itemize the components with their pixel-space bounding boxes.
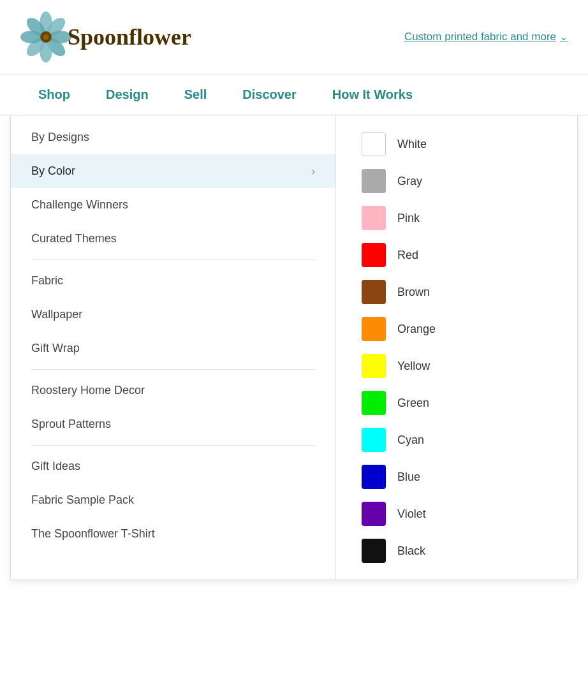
color-item-blue[interactable]: Blue <box>351 458 562 495</box>
menu-item-curated-themes[interactable]: Curated Themes <box>11 222 335 256</box>
menu-item-gift-wrap[interactable]: Gift Wrap <box>11 332 335 365</box>
navbar: Shop Design Sell Discover How It Works <box>0 75 588 115</box>
menu-label-gift-ideas: Gift Ideas <box>31 460 80 473</box>
color-swatch-gray <box>362 169 386 193</box>
menu-label-by-color: By Color <box>31 164 75 178</box>
color-item-pink[interactable]: Pink <box>351 200 562 237</box>
color-item-brown[interactable]: Brown <box>351 273 562 310</box>
menu-item-fabric-sample-pack[interactable]: Fabric Sample Pack <box>11 483 335 517</box>
color-item-black[interactable]: Black <box>351 532 562 569</box>
nav-design[interactable]: Design <box>88 75 166 115</box>
menu-label-curated-themes: Curated Themes <box>31 232 117 245</box>
divider-1 <box>31 259 315 260</box>
dropdown-menu: By Designs By Color › Challenge Winners … <box>10 115 578 580</box>
color-label-red: Red <box>397 249 418 262</box>
menu-item-fabric[interactable]: Fabric <box>11 264 335 298</box>
menu-item-t-shirt[interactable]: The Spoonflower T-Shirt <box>11 517 335 551</box>
nav-how-it-works[interactable]: How It Works <box>314 75 430 115</box>
color-label-black: Black <box>397 544 425 558</box>
nav-discover[interactable]: Discover <box>224 75 314 115</box>
color-label-yellow: Yellow <box>397 360 430 373</box>
menu-item-roostery[interactable]: Roostery Home Decor <box>11 374 335 407</box>
menu-label-by-designs: By Designs <box>31 131 89 144</box>
chevron-down-icon: ⌄ <box>560 32 568 42</box>
color-swatch-yellow <box>362 354 386 378</box>
color-item-orange[interactable]: Orange <box>351 310 562 347</box>
chevron-right-icon: › <box>312 166 315 177</box>
color-item-gray[interactable]: Gray <box>351 163 562 200</box>
color-label-orange: Orange <box>397 323 436 336</box>
header-tagline[interactable]: Custom printed fabric and more ⌄ <box>404 31 568 43</box>
tagline-text: Custom printed fabric and more <box>404 31 556 43</box>
color-label-violet: Violet <box>397 507 426 521</box>
color-label-blue: Blue <box>397 470 420 484</box>
menu-label-t-shirt: The Spoonflower T-Shirt <box>31 527 155 541</box>
menu-item-sprout[interactable]: Sprout Patterns <box>11 407 335 441</box>
color-item-yellow[interactable]: Yellow <box>351 347 562 384</box>
color-item-violet[interactable]: Violet <box>351 495 562 532</box>
nav-sell[interactable]: Sell <box>166 75 225 115</box>
divider-3 <box>31 445 315 446</box>
color-swatch-orange <box>362 317 386 341</box>
color-swatch-violet <box>362 502 386 526</box>
color-panel: WhiteGrayPinkRedBrownOrangeYellowGreenCy… <box>336 115 577 580</box>
color-item-green[interactable]: Green <box>351 384 562 421</box>
color-swatch-black <box>362 539 386 563</box>
color-swatch-cyan <box>362 428 386 452</box>
logo-flower-icon <box>20 11 71 62</box>
menu-label-gift-wrap: Gift Wrap <box>31 342 80 355</box>
menu-item-challenge-winners[interactable]: Challenge Winners <box>11 188 335 222</box>
color-item-red[interactable]: Red <box>351 237 562 273</box>
color-swatch-blue <box>362 465 386 489</box>
menu-item-by-color[interactable]: By Color › <box>11 154 335 188</box>
color-swatch-green <box>362 391 386 415</box>
menu-label-challenge-winners: Challenge Winners <box>31 198 128 212</box>
color-label-green: Green <box>397 397 429 410</box>
header: Spoonflower Custom printed fabric and mo… <box>0 0 588 75</box>
menu-label-fabric-sample-pack: Fabric Sample Pack <box>31 493 134 507</box>
menu-item-gift-ideas[interactable]: Gift Ideas <box>11 449 335 483</box>
svg-point-9 <box>43 34 49 40</box>
color-item-white[interactable]: White <box>351 126 562 163</box>
color-label-gray: Gray <box>397 175 422 188</box>
menu-label-roostery: Roostery Home Decor <box>31 384 145 397</box>
menu-label-wallpaper: Wallpaper <box>31 308 82 321</box>
color-label-cyan: Cyan <box>397 434 424 447</box>
color-item-cyan[interactable]: Cyan <box>351 421 562 458</box>
color-swatch-brown <box>362 280 386 304</box>
color-label-brown: Brown <box>397 286 430 299</box>
menu-label-fabric: Fabric <box>31 274 63 288</box>
color-swatch-white <box>362 132 386 156</box>
color-swatch-red <box>362 243 386 267</box>
logo-area: Spoonflower <box>20 11 191 62</box>
left-panel: By Designs By Color › Challenge Winners … <box>11 115 336 580</box>
divider-2 <box>31 369 315 370</box>
color-swatch-pink <box>362 206 386 230</box>
menu-label-sprout: Sprout Patterns <box>31 418 111 431</box>
logo-text: Spoonflower <box>68 24 191 50</box>
color-label-white: White <box>397 138 427 151</box>
color-label-pink: Pink <box>397 212 420 225</box>
menu-item-wallpaper[interactable]: Wallpaper <box>11 298 335 332</box>
nav-shop[interactable]: Shop <box>20 75 88 115</box>
menu-item-by-designs[interactable]: By Designs <box>11 120 335 154</box>
